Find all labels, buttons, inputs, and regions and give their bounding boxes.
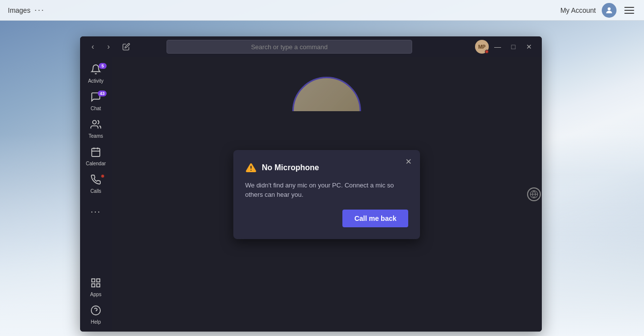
- user-avatar-button[interactable]: MP: [475, 40, 489, 54]
- svg-point-10: [91, 306, 100, 315]
- sidebar-item-activity[interactable]: Activity 5: [83, 61, 109, 87]
- teams-main: Activity 5 Chat 43: [80, 57, 542, 332]
- calendar-label: Calendar: [86, 161, 106, 166]
- svg-rect-9: [97, 284, 100, 287]
- calendar-icon: [90, 147, 101, 160]
- calls-notification-dot: [101, 174, 105, 178]
- teams-content: ✕ No Microphone: [112, 57, 542, 332]
- hamburger-menu-button[interactable]: [622, 5, 636, 16]
- modal-overlay: ✕ No Microphone: [112, 57, 542, 332]
- svg-point-1: [93, 121, 96, 124]
- help-icon: [90, 305, 101, 318]
- globe-icon: [527, 187, 541, 201]
- call-me-back-button[interactable]: Call me back: [342, 210, 408, 227]
- sidebar-item-calls[interactable]: Calls: [83, 171, 109, 197]
- back-button[interactable]: ‹: [86, 40, 100, 54]
- svg-rect-8: [92, 284, 95, 287]
- triangle-warning-icon: [245, 162, 257, 174]
- teams-sidebar: Activity 5 Chat 43: [80, 57, 112, 332]
- forward-button[interactable]: ›: [102, 40, 115, 54]
- titlebar-nav: ‹ ›: [86, 40, 115, 54]
- sidebar-item-apps[interactable]: Apps: [83, 275, 109, 300]
- more-icon: ···: [90, 207, 101, 217]
- search-input[interactable]: [173, 43, 406, 51]
- dialog-message: We didn't find any mic on your PC. Conne…: [245, 181, 408, 200]
- calendar-svg-icon: [90, 147, 101, 157]
- compose-icon: [122, 43, 130, 51]
- svg-rect-7: [97, 279, 100, 282]
- teams-label: Teams: [88, 133, 103, 139]
- svg-rect-6: [92, 279, 95, 282]
- dialog-close-icon: ✕: [405, 157, 412, 166]
- browser-bar: Images ··· My Account: [0, 0, 644, 21]
- browser-tab-title[interactable]: Images: [8, 6, 30, 14]
- grid-icon: [90, 277, 101, 288]
- desktop-background: Images ··· My Account ‹ ›: [0, 0, 644, 336]
- no-microphone-dialog: ✕ No Microphone: [233, 150, 420, 239]
- chat-badge: 43: [98, 91, 107, 96]
- sidebar-item-chat[interactable]: Chat 43: [83, 89, 109, 114]
- browser-bar-right: My Account: [560, 3, 636, 18]
- browser-bar-left: Images ···: [8, 5, 45, 15]
- dialog-title-row: No Microphone: [245, 162, 408, 174]
- browser-more-button[interactable]: ···: [34, 5, 45, 15]
- svg-rect-2: [92, 149, 100, 157]
- apps-icon: [90, 277, 101, 291]
- sidebar-item-teams[interactable]: Teams: [83, 116, 109, 142]
- maximize-button[interactable]: □: [506, 40, 520, 54]
- teams-window: ‹ › MP — □ ✕: [80, 36, 542, 332]
- avatar-initials: MP: [478, 44, 486, 50]
- warning-icon: [245, 162, 257, 174]
- avatar-status-dot: [485, 50, 489, 54]
- chat-label: Chat: [90, 106, 101, 111]
- help-label: Help: [91, 319, 101, 325]
- titlebar-right: MP — □ ✕: [475, 40, 536, 54]
- person-icon: [605, 6, 614, 15]
- my-account-label: My Account: [560, 6, 596, 14]
- teams-icon: [90, 119, 101, 132]
- dialog-title: No Microphone: [262, 163, 319, 172]
- sidebar-item-calendar[interactable]: Calendar: [83, 144, 109, 169]
- calls-label: Calls: [90, 188, 101, 194]
- sidebar-item-more[interactable]: ···: [83, 199, 109, 224]
- globe-svg-icon: [530, 190, 538, 199]
- activity-label: Activity: [88, 78, 104, 84]
- close-button[interactable]: ✕: [522, 40, 536, 54]
- apps-label: Apps: [90, 292, 102, 297]
- phone-icon: [90, 174, 101, 185]
- minimize-button[interactable]: —: [491, 40, 504, 54]
- help-circle-icon: [90, 305, 101, 316]
- compose-button[interactable]: [119, 40, 133, 54]
- search-bar[interactable]: [167, 40, 412, 54]
- dialog-actions: Call me back: [245, 210, 408, 227]
- browser-account-avatar[interactable]: [602, 3, 616, 18]
- teams-titlebar: ‹ › MP — □ ✕: [80, 36, 542, 57]
- dialog-close-button[interactable]: ✕: [402, 156, 414, 168]
- svg-point-0: [608, 7, 611, 10]
- calls-icon: [90, 174, 101, 187]
- activity-badge: 5: [99, 63, 107, 69]
- people-icon: [90, 119, 101, 130]
- sidebar-item-help[interactable]: Help: [83, 302, 109, 328]
